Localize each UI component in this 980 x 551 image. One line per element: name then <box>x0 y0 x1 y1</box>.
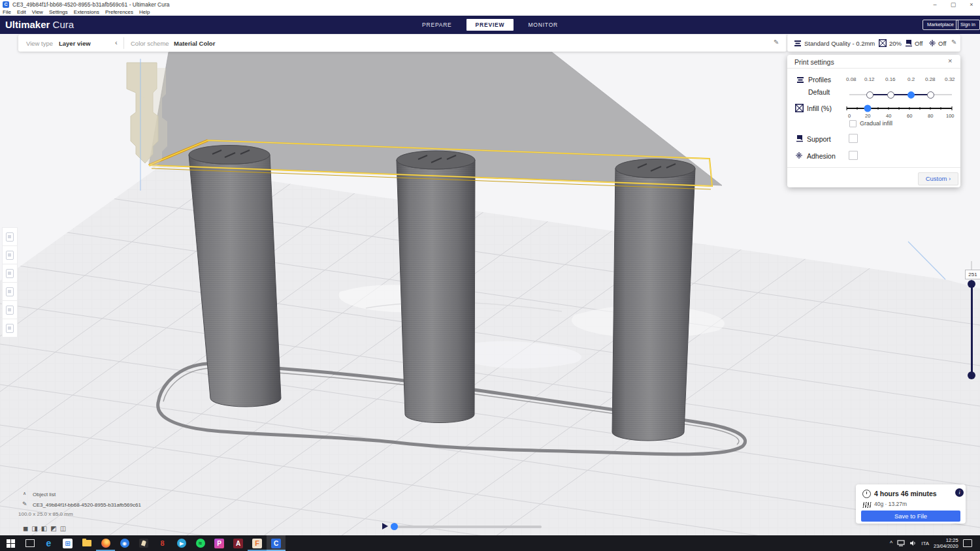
rename-pencil-icon[interactable]: ✎ <box>22 501 27 507</box>
app-header: Ultimaker Cura PREPARE PREVIEW MONITOR M… <box>0 16 980 34</box>
play-button[interactable] <box>382 523 388 529</box>
tray-chevron-icon[interactable]: ^ <box>890 540 892 546</box>
taskbar-telegram[interactable] <box>172 535 191 551</box>
taskbar-edge[interactable]: e <box>39 535 58 551</box>
speaker-icon[interactable] <box>909 540 917 546</box>
support-blocker-tool[interactable] <box>2 319 18 338</box>
marketplace-button[interactable]: Marketplace <box>923 20 958 30</box>
clock-icon <box>862 490 871 498</box>
store-icon: ⊞ <box>63 539 73 548</box>
profile-stop-028[interactable] <box>927 91 934 99</box>
taskbar-firefox[interactable] <box>96 535 115 551</box>
custom-settings-button[interactable]: Custom › <box>918 172 958 185</box>
sign-in-button[interactable]: Sign in <box>956 20 980 30</box>
profile-stop-012[interactable] <box>866 91 874 99</box>
close-button[interactable]: × <box>964 1 979 8</box>
maximize-button[interactable]: ▢ <box>946 1 960 8</box>
path-slider-track[interactable] <box>391 526 542 528</box>
tab-prepare[interactable]: PREPARE <box>417 19 457 31</box>
close-panel-icon[interactable]: × <box>948 57 952 65</box>
network-icon[interactable] <box>897 540 905 546</box>
model-cube-icon-1[interactable]: ◼ <box>23 525 28 532</box>
save-to-file-button[interactable]: Save to File <box>861 511 960 522</box>
edge-icon: e <box>44 539 54 548</box>
menu-preferences[interactable]: Preferences <box>105 9 133 15</box>
taskbar-cura-active[interactable]: C <box>267 535 286 551</box>
tab-monitor[interactable]: MONITOR <box>523 19 563 31</box>
tray-clock[interactable]: 12:25 23/04/2020 <box>934 537 958 550</box>
color-scheme-label: Color scheme <box>131 40 169 47</box>
model-cube-icon-3[interactable]: ◧ <box>41 525 47 532</box>
menu-file[interactable]: File <box>3 9 11 15</box>
view-type-label: View type <box>26 40 53 47</box>
adhesion-row-icon <box>795 151 803 159</box>
collapse-left-icon[interactable]: ‹ <box>115 39 118 46</box>
rotate-tool[interactable] <box>2 264 18 283</box>
support-checkbox[interactable] <box>849 134 858 143</box>
view-type-value[interactable]: Layer view <box>59 40 91 47</box>
start-button[interactable] <box>1 535 20 551</box>
taskbar-spotify[interactable]: ≈ <box>191 535 210 551</box>
scale-tool[interactable] <box>2 245 18 264</box>
edit-view-pencil-icon[interactable]: ✎ <box>774 39 779 46</box>
taskbar-explorer[interactable] <box>77 535 96 551</box>
menu-view[interactable]: View <box>32 9 43 15</box>
taskbar-autodesk[interactable]: A <box>229 535 248 551</box>
edit-settings-pencil-icon[interactable]: ✎ <box>951 39 956 46</box>
layer-slider-track[interactable] <box>971 284 973 375</box>
menu-edit[interactable]: Edit <box>17 9 26 15</box>
model-view-cubes: ◼◨◧◩◫ <box>23 522 69 533</box>
model-cube-icon-2[interactable]: ◨ <box>31 525 37 532</box>
print-settings-panel: Print settings × Profiles 0.08 0.12 0.16… <box>787 55 960 187</box>
adhesion-label: Adhesion <box>807 152 836 160</box>
taskbar-maps[interactable]: ◉ <box>115 535 134 551</box>
model-cube-icon-4[interactable]: ◩ <box>50 525 56 532</box>
mirror-icon <box>6 287 14 296</box>
layer-slider-bottom-handle[interactable] <box>968 371 975 379</box>
taskbar-store[interactable]: ⊞ <box>58 535 77 551</box>
move-tool[interactable] <box>2 227 18 246</box>
infill-slider[interactable] <box>845 104 953 112</box>
object-dimensions: 100.0 x 25.0 x 85.0 mm <box>18 511 73 517</box>
task-view-button[interactable] <box>20 535 39 551</box>
layer-slider-top-handle[interactable] <box>968 280 975 288</box>
adhesion-summary: Off <box>938 40 947 47</box>
profile-stop-02-selected[interactable] <box>907 91 915 99</box>
windows-taskbar: e ⊞ ◉ 8 ≈ P A F C ^ ITA 12:25 23/04/2020 <box>0 535 980 551</box>
path-slider-handle[interactable] <box>391 523 398 530</box>
color-scheme-value[interactable]: Material Color <box>174 40 215 47</box>
cura-app-icon: C <box>3 1 9 8</box>
move-icon <box>6 232 14 242</box>
gradual-infill-checkbox[interactable] <box>849 120 857 127</box>
adhesion-icon <box>928 39 936 47</box>
minimize-button[interactable]: – <box>928 1 942 8</box>
infill-slider-handle[interactable] <box>864 105 872 112</box>
tab-preview[interactable]: PREVIEW <box>466 19 514 31</box>
map-pin-icon: ◉ <box>120 539 129 548</box>
model-cube-icon-5[interactable]: ◫ <box>60 525 66 532</box>
support-icon <box>905 39 913 47</box>
profile-stop-016[interactable] <box>887 91 894 99</box>
default-profile-label: Default <box>808 88 830 96</box>
view-toolbar: View type Layer view ‹ Color scheme Mate… <box>18 35 787 52</box>
menu-settings[interactable]: Settings <box>49 9 68 15</box>
object-filename[interactable]: CE3_49b84f1f-bb68-4520-8955-b31afb569c61 <box>33 502 141 508</box>
toolbar-divider <box>123 37 124 49</box>
object-list-label[interactable]: Object list <box>33 492 56 497</box>
settings-summary-bar[interactable]: Standard Quality - 0.2mm 20% Off Off ✎ <box>787 35 960 52</box>
object-list-collapse-icon[interactable]: ∧ <box>23 491 26 496</box>
support-blocker-icon <box>6 324 14 333</box>
taskbar-picsart[interactable]: P <box>210 535 229 551</box>
taskbar-fusion[interactable]: F <box>248 535 267 551</box>
taskbar-draw-app[interactable] <box>134 535 153 551</box>
notification-center-icon[interactable] <box>963 539 972 547</box>
tray-language[interactable]: ITA <box>921 541 929 546</box>
menu-extensions[interactable]: Extensions <box>74 9 99 15</box>
mirror-tool[interactable] <box>2 282 18 301</box>
taskbar-8-app[interactable]: 8 <box>153 535 172 551</box>
adhesion-checkbox[interactable] <box>849 151 858 160</box>
app-logo: Ultimaker Cura <box>5 19 74 30</box>
menu-help[interactable]: Help <box>139 9 150 15</box>
info-icon[interactable]: i <box>955 488 964 497</box>
per-model-settings-tool[interactable] <box>2 300 18 319</box>
